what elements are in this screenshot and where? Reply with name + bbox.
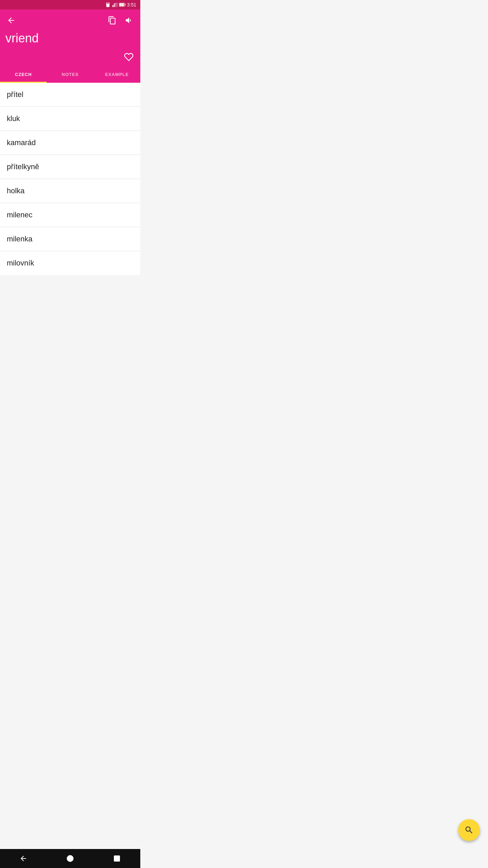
translation-item[interactable]: holka <box>0 179 140 203</box>
copy-icon <box>108 16 117 25</box>
sound-button[interactable] <box>123 15 135 26</box>
translation-item[interactable]: milenka <box>0 227 140 251</box>
translation-item[interactable]: milovník <box>0 251 140 275</box>
svg-rect-4 <box>112 5 113 7</box>
svg-text:4G: 4G <box>114 3 116 5</box>
heart-icon <box>124 52 134 62</box>
translation-item[interactable]: přítelkyně <box>0 155 140 179</box>
svg-rect-10 <box>125 4 125 5</box>
svg-rect-1 <box>107 2 107 4</box>
translation-item[interactable]: kluk <box>0 107 140 131</box>
svg-rect-3 <box>108 2 108 4</box>
svg-rect-5 <box>114 4 115 7</box>
svg-rect-7 <box>116 2 117 7</box>
back-button[interactable] <box>5 15 17 26</box>
status-icons: 4G ⚡ 3:51 <box>105 2 136 7</box>
svg-text:⚡: ⚡ <box>120 3 123 6</box>
status-bar: 4G ⚡ 3:51 <box>0 0 140 9</box>
copy-button[interactable] <box>106 15 118 26</box>
translation-item[interactable]: přítel <box>0 83 140 107</box>
svg-rect-2 <box>107 2 108 4</box>
tab-example[interactable]: EXAMPLE <box>94 67 140 82</box>
heart-row <box>5 51 135 67</box>
battery-icon: ⚡ <box>119 2 126 7</box>
status-time: 3:51 <box>127 2 136 7</box>
header: vriend <box>0 9 140 67</box>
sound-icon <box>125 16 134 25</box>
header-actions <box>106 15 135 26</box>
back-arrow-icon <box>7 16 16 25</box>
translation-item[interactable]: kamarád <box>0 131 140 155</box>
word-title: vriend <box>5 28 135 51</box>
favorite-button[interactable] <box>123 51 135 63</box>
signal-icon: 4G <box>112 2 118 7</box>
tab-czech[interactable]: CZECH <box>0 67 47 82</box>
tabs: CZECH NOTES EXAMPLE <box>0 67 140 83</box>
tab-notes[interactable]: NOTES <box>47 67 94 82</box>
sd-card-icon <box>105 2 111 7</box>
translation-list: přítel kluk kamarád přítelkyně holka mil… <box>0 83 140 275</box>
translation-item[interactable]: milenec <box>0 203 140 227</box>
header-top <box>5 12 135 28</box>
